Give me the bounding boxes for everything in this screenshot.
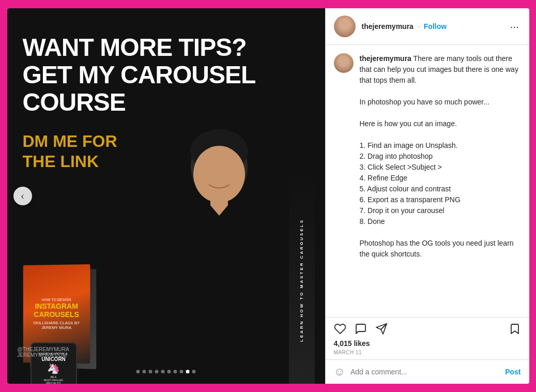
prev-button[interactable]: ‹: [13, 187, 32, 205]
carousel-strip: LEARN HOW TO MASTER CAROUSELS: [289, 176, 315, 384]
post-date: MARCH 11: [326, 350, 529, 359]
book-mockup: HOW TO DESIGN INSTAGRAMCAROUSELS SKILLSH…: [23, 265, 105, 379]
carousel-strip-text: LEARN HOW TO MASTER CAROUSELS: [299, 219, 304, 342]
dot-7[interactable]: [174, 370, 177, 373]
dot-2[interactable]: [143, 370, 146, 373]
actions-row: [326, 318, 529, 338]
bookmark-button[interactable]: [509, 323, 521, 335]
person-silhouette: [116, 125, 297, 384]
dot-6[interactable]: [167, 370, 171, 373]
dot-4[interactable]: [155, 370, 159, 373]
post-header: thejeremymura · Follow ···: [326, 8, 529, 45]
comment-row: thejeremymura There are many tools out t…: [334, 53, 521, 260]
dot-1[interactable]: [136, 370, 140, 373]
svg-point-2: [193, 146, 245, 203]
like-button[interactable]: [334, 323, 346, 335]
post-button[interactable]: Post: [505, 368, 520, 376]
more-options-button[interactable]: ···: [508, 21, 521, 33]
bottom-attribution: @THEJEREMYMURA JEREMYMURA.COM: [18, 346, 69, 358]
follow-button[interactable]: Follow: [424, 22, 447, 31]
likes-count: 4,015 likes: [326, 338, 529, 350]
avatar: [334, 16, 356, 37]
user-info: thejeremymura · Follow: [362, 22, 508, 31]
emoji-button[interactable]: ☺: [334, 365, 345, 379]
comment-input[interactable]: [350, 368, 500, 376]
carousel-dots: [136, 370, 196, 373]
header-username[interactable]: thejeremymura: [362, 22, 414, 31]
commenter-avatar: [334, 53, 354, 73]
comment-button[interactable]: [355, 323, 367, 335]
comment-text: thejeremymura There are many tools out t…: [360, 53, 521, 260]
comment-username[interactable]: thejeremymura: [360, 54, 411, 63]
main-title: WANT MORE TIPS? GET MY CAROUSEL COURSE: [7, 8, 325, 121]
add-comment-row: ☺ Post: [326, 359, 529, 384]
separator: ·: [418, 22, 420, 31]
dot-9[interactable]: [186, 370, 190, 373]
right-panel: thejeremymura · Follow ··· thejeremymura…: [325, 8, 529, 384]
post-image-panel: WANT MORE TIPS? GET MY CAROUSEL COURSE D…: [7, 8, 325, 384]
dot-5[interactable]: [161, 370, 165, 373]
dot-8[interactable]: [180, 370, 183, 373]
share-button[interactable]: [375, 323, 388, 335]
dot-3[interactable]: [149, 370, 152, 373]
dot-10[interactable]: [192, 370, 196, 373]
instagram-post-container: WANT MORE TIPS? GET MY CAROUSEL COURSE D…: [7, 8, 529, 384]
comments-area: thejeremymura There are many tools out t…: [326, 45, 529, 318]
